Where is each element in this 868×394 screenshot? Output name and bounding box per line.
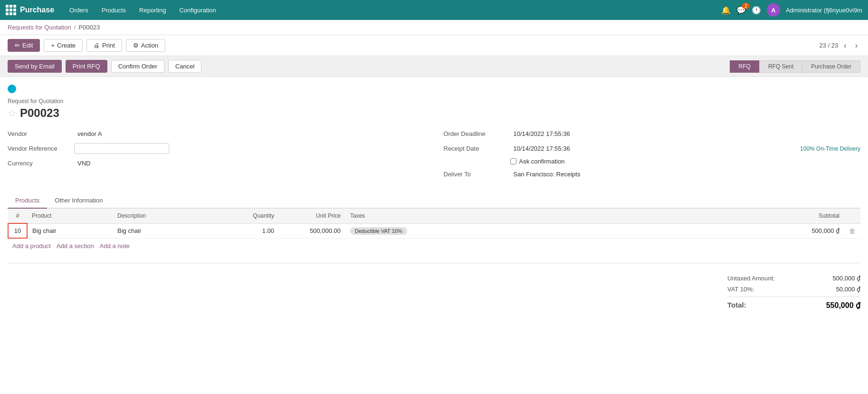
pagination: 23 / 23 ‹ › <box>820 40 860 51</box>
ask-confirmation-checkbox[interactable] <box>510 158 516 164</box>
vendor-ref-row: Vendor Reference <box>8 143 425 154</box>
col-price-header: Unit Price <box>279 209 345 223</box>
add-product-link[interactable]: Add a product <box>12 242 51 250</box>
deliver-to-label: Deliver To <box>444 171 510 178</box>
confirm-order-button[interactable]: Confirm Order <box>111 60 164 73</box>
top-nav: Orders Products Reporting Configuration <box>64 4 721 17</box>
gear-icon: ⚙ <box>133 42 139 49</box>
clock-icon[interactable]: 🕐 <box>752 6 761 15</box>
step-rfq[interactable]: RFQ <box>730 60 760 73</box>
main-form: Request for Quotation ☆ P00023 Vendor ve… <box>0 77 868 319</box>
breadcrumb-sep: / <box>74 24 76 31</box>
app-name: Purchase <box>20 6 54 14</box>
table-row: 10 Big chair Big chair 1.00 500,000.00 <box>8 223 860 238</box>
col-subtotal-header: Subtotal <box>440 209 844 223</box>
create-button[interactable]: + Create <box>44 39 83 52</box>
delete-icon[interactable]: 🗑 <box>849 227 856 235</box>
divider <box>8 263 860 263</box>
total-row: Total: 550,000 ₫ <box>727 297 860 312</box>
ask-confirmation-label: Ask confirmation <box>519 158 565 165</box>
totals-table: Untaxed Amount: 500,000 ₫ VAT 10%: 50,00… <box>727 273 860 312</box>
topbar-right: 🔔 💬 2 🕐 A Administrator (fj6nyue0vi9m <box>721 3 862 17</box>
nav-products[interactable]: Products <box>96 4 132 17</box>
topbar: Purchase Orders Products Reporting Confi… <box>0 0 868 20</box>
user-name[interactable]: Administrator (fj6nyue0vi9m <box>786 7 862 14</box>
notification-badge: 2 <box>742 3 750 9</box>
add-note-link[interactable]: Add a note <box>100 242 130 250</box>
vendor-ref-label: Vendor Reference <box>8 145 74 152</box>
grid-icon <box>6 5 16 15</box>
content-area: Requests for Quotation / P00023 ✏ Edit +… <box>0 20 868 394</box>
status-dot <box>8 85 16 93</box>
row-product[interactable]: Big chair <box>27 223 113 238</box>
chat-icon[interactable]: 💬 2 <box>736 6 746 15</box>
row-taxes[interactable]: Deductible VAT 10% <box>345 223 440 238</box>
untaxed-label: Untaxed Amount: <box>727 275 775 282</box>
col-qty-header: Quantity <box>231 209 279 223</box>
row-delete[interactable]: 🗑 <box>844 223 860 238</box>
breadcrumb: Requests for Quotation / P00023 <box>0 20 868 35</box>
action-bar: ✏ Edit + Create 🖨 Print ⚙ Action 23 / 23… <box>0 35 868 56</box>
row-quantity[interactable]: 1.00 <box>231 223 279 238</box>
send-email-button[interactable]: Send by Email <box>8 60 62 73</box>
edit-button[interactable]: ✏ Edit <box>8 39 40 52</box>
vat-value: 50,000 ₫ <box>813 286 860 293</box>
table-header-row: # Product Description Quantity Unit Pric… <box>8 209 860 223</box>
bell-icon[interactable]: 🔔 <box>721 6 731 15</box>
record-id: P00023 <box>20 106 59 120</box>
row-subtotal: 500,000 ₫ <box>440 223 844 238</box>
currency-value[interactable]: VND <box>74 158 425 169</box>
plus-icon: + <box>51 42 55 49</box>
user-avatar[interactable]: A <box>767 3 780 17</box>
tab-other-info[interactable]: Other Information <box>47 193 110 209</box>
step-purchase-order[interactable]: Purchase Order <box>802 60 860 73</box>
action-button[interactable]: ⚙ Action <box>126 39 165 52</box>
record-type: Request for Quotation <box>8 98 860 105</box>
receipt-date-value[interactable]: 10/14/2022 17:55:36 <box>510 143 796 154</box>
tab-products[interactable]: Products <box>8 193 47 209</box>
breadcrumb-parent[interactable]: Requests for Quotation <box>8 24 71 31</box>
workflow-bar: Send by Email Print RFQ Confirm Order Ca… <box>0 56 868 77</box>
total-label: Total: <box>727 301 746 310</box>
order-deadline-row: Order Deadline 10/14/2022 17:55:36 <box>444 128 861 139</box>
receipt-date-row: Receipt Date 10/14/2022 17:55:36 100% On… <box>444 143 861 154</box>
step-rfq-sent[interactable]: RFQ Sent <box>759 60 802 73</box>
pagination-next[interactable]: › <box>852 40 860 51</box>
receipt-date-label: Receipt Date <box>444 145 510 152</box>
order-deadline-value[interactable]: 10/14/2022 17:55:36 <box>510 128 861 139</box>
row-unit-price[interactable]: 500,000.00 <box>279 223 345 238</box>
products-table: # Product Description Quantity Unit Pric… <box>8 209 860 239</box>
app-logo[interactable]: Purchase <box>6 5 54 15</box>
deliver-to-value[interactable]: San Francisco: Receipts <box>510 169 861 180</box>
status-steps: RFQ RFQ Sent Purchase Order <box>730 60 860 73</box>
order-deadline-label: Order Deadline <box>444 130 510 137</box>
form-col-right: Order Deadline 10/14/2022 17:55:36 Recei… <box>444 128 861 183</box>
row-seq[interactable]: 10 <box>8 223 27 238</box>
col-taxes-header: Taxes <box>345 209 440 223</box>
ask-confirmation-row: Ask confirmation <box>444 158 861 165</box>
nav-reporting[interactable]: Reporting <box>134 4 172 17</box>
vendor-row: Vendor vendor A <box>8 128 425 139</box>
tax-badge: Deductible VAT 10% <box>350 227 407 235</box>
favorite-star-icon[interactable]: ☆ <box>8 107 16 119</box>
print-rfq-button[interactable]: Print RFQ <box>66 60 107 73</box>
print-button[interactable]: 🖨 Print <box>86 39 122 52</box>
vendor-label: Vendor <box>8 130 74 137</box>
untaxed-value: 500,000 ₫ <box>813 275 860 282</box>
record-title-row: ☆ P00023 <box>8 106 860 120</box>
currency-row: Currency VND <box>8 158 425 169</box>
nav-orders[interactable]: Orders <box>64 4 94 17</box>
vendor-value[interactable]: vendor A <box>74 128 425 139</box>
nav-configuration[interactable]: Configuration <box>173 4 221 17</box>
row-description[interactable]: Big chair <box>113 223 231 238</box>
form-col-left: Vendor vendor A Vendor Reference Currenc… <box>8 128 425 183</box>
total-value: 550,000 ₫ <box>813 301 860 310</box>
user-initial: A <box>771 7 775 14</box>
breadcrumb-current: P00023 <box>78 24 100 31</box>
on-time-delivery: 100% On-Time Delivery <box>800 145 860 152</box>
add-section-link[interactable]: Add a section <box>57 242 94 250</box>
vendor-ref-input[interactable] <box>74 143 169 154</box>
cancel-button[interactable]: Cancel <box>168 60 201 73</box>
pagination-prev[interactable]: ‹ <box>841 40 849 51</box>
vat-label: VAT 10%: <box>727 286 754 293</box>
